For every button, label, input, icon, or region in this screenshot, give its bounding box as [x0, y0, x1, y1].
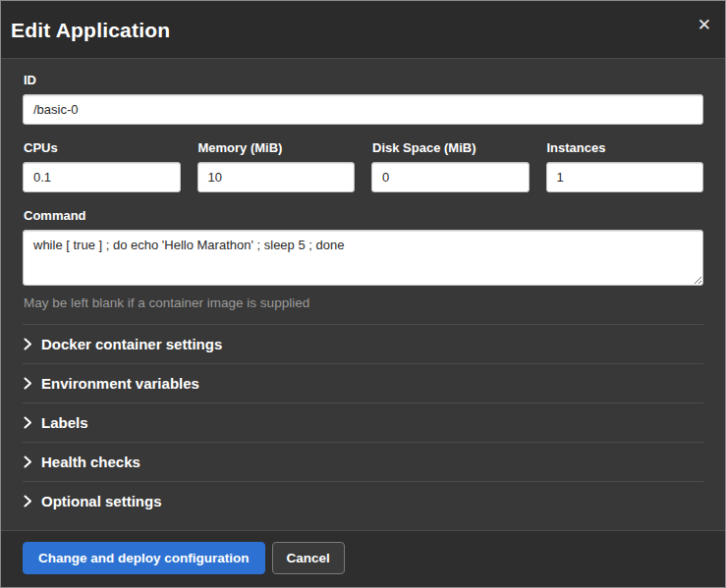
section-docker-container-settings[interactable]: Docker container settings	[23, 324, 703, 363]
change-and-deploy-button[interactable]: Change and deploy configuration	[23, 542, 265, 575]
command-textarea[interactable]: while [ true ] ; do echo 'Hello Marathon…	[23, 230, 703, 286]
chevron-right-icon	[24, 456, 32, 468]
modal-title: Edit Application	[11, 19, 701, 42]
chevron-right-icon	[24, 496, 32, 508]
cpus-label: CPUs	[24, 140, 181, 155]
chevron-right-icon	[24, 378, 32, 390]
modal-body: ID CPUs Memory (MiB) Disk Space (MiB) In…	[1, 59, 725, 530]
collapsible-sections: Docker container settings Environment va…	[23, 324, 703, 520]
memory-label: Memory (MiB)	[198, 140, 356, 155]
disk-input[interactable]	[371, 162, 530, 192]
section-labels[interactable]: Labels	[23, 402, 703, 442]
command-label: Command	[24, 208, 703, 223]
modal-header: Edit Application ✕	[1, 1, 725, 59]
chevron-right-icon	[24, 339, 32, 350]
section-health-checks[interactable]: Health checks	[23, 442, 703, 481]
section-label: Docker container settings	[41, 336, 222, 352]
instances-input[interactable]	[546, 162, 704, 192]
section-environment-variables[interactable]: Environment variables	[23, 363, 703, 402]
cancel-button[interactable]: Cancel	[272, 542, 345, 575]
section-label: Environment variables	[41, 375, 199, 392]
section-label: Labels	[41, 414, 88, 431]
id-label: ID	[24, 73, 703, 87]
memory-input[interactable]	[197, 162, 356, 192]
id-input[interactable]	[23, 94, 703, 125]
disk-label: Disk Space (MiB)	[372, 140, 530, 155]
section-label: Health checks	[41, 454, 140, 470]
chevron-right-icon	[24, 417, 32, 429]
command-help-text: May be left blank if a container image i…	[24, 295, 702, 310]
close-icon[interactable]: ✕	[698, 17, 711, 33]
edit-application-modal: Edit Application ✕ ID CPUs Memory (MiB) …	[0, 0, 726, 588]
resources-row: CPUs Memory (MiB) Disk Space (MiB) Insta…	[23, 140, 703, 192]
section-label: Optional settings	[41, 493, 162, 509]
instances-label: Instances	[547, 140, 704, 155]
section-optional-settings[interactable]: Optional settings	[23, 481, 703, 520]
cpus-input[interactable]	[23, 162, 181, 192]
modal-footer: Change and deploy configuration Cancel	[1, 530, 725, 588]
